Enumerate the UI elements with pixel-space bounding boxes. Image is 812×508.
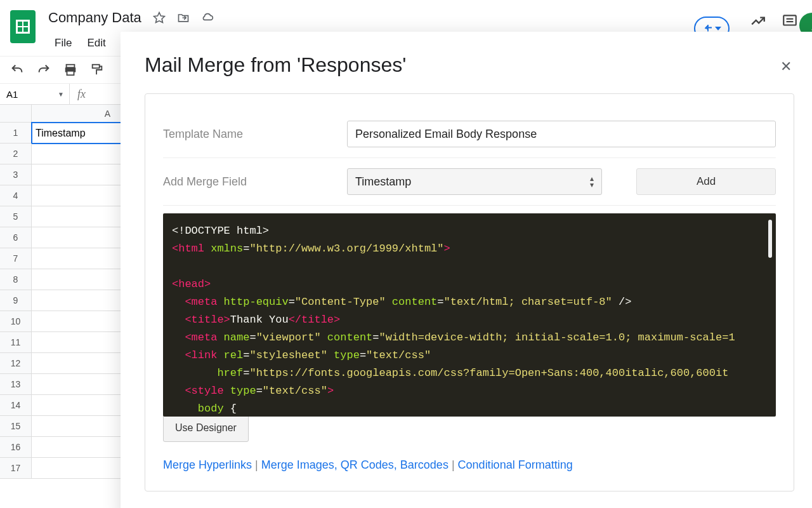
fx-icon[interactable]: fx: [70, 88, 93, 101]
move-folder-icon[interactable]: [177, 11, 190, 24]
select-all-corner[interactable]: [0, 105, 32, 123]
comments-icon[interactable]: [782, 13, 797, 28]
chevron-down-icon[interactable]: ▼: [58, 91, 64, 98]
row-number[interactable]: 10: [0, 311, 32, 332]
row-number[interactable]: 15: [0, 416, 32, 437]
template-name-input[interactable]: [347, 121, 776, 147]
menu-edit[interactable]: Edit: [81, 34, 112, 52]
row-number[interactable]: 17: [0, 458, 32, 479]
template-name-label: Template Name: [163, 128, 334, 141]
row-number[interactable]: 12: [0, 353, 32, 374]
conditional-formatting-link[interactable]: Conditional Formatting: [458, 458, 573, 471]
cloud-status-icon[interactable]: [201, 11, 214, 24]
merge-hyperlinks-link[interactable]: Merge Hyperlinks: [163, 458, 252, 471]
close-icon[interactable]: ✕: [780, 58, 794, 72]
add-button[interactable]: Add: [636, 168, 776, 195]
svg-rect-1: [783, 15, 796, 25]
row-number[interactable]: 4: [0, 185, 32, 206]
merge-field-label: Add Merge Field: [163, 175, 334, 189]
name-box[interactable]: A1 ▼: [0, 84, 70, 104]
redo-icon[interactable]: [37, 63, 51, 77]
row-number[interactable]: 14: [0, 395, 32, 416]
svg-rect-8: [67, 71, 74, 75]
paint-format-icon[interactable]: [90, 63, 104, 77]
row-number[interactable]: 5: [0, 206, 32, 227]
svg-rect-6: [67, 65, 75, 68]
row-number[interactable]: 7: [0, 248, 32, 269]
scrollbar-thumb[interactable]: [768, 220, 772, 258]
row-number[interactable]: 11: [0, 332, 32, 353]
undo-icon[interactable]: [10, 63, 24, 77]
row-number[interactable]: 16: [0, 437, 32, 458]
html-code-editor[interactable]: <!DOCTYPE html> <html xmlns="http://www.…: [163, 213, 776, 417]
merge-field-value: Timestamp: [355, 175, 411, 189]
star-icon[interactable]: [153, 11, 166, 24]
select-caret-icon: ▴▾: [590, 175, 594, 188]
doc-title[interactable]: Company Data: [48, 10, 141, 26]
cell-reference: A1: [6, 89, 18, 100]
help-links: Merge Hyperlinks | Merge Images, QR Code…: [163, 458, 776, 472]
mail-merge-dialog: Mail Merge from 'Responses' ✕ Template N…: [121, 32, 812, 508]
svg-marker-0: [154, 13, 164, 23]
menu-file[interactable]: File: [48, 34, 78, 52]
svg-rect-9: [93, 65, 100, 69]
row-number[interactable]: 6: [0, 227, 32, 248]
use-designer-button[interactable]: Use Designer: [163, 414, 249, 442]
svg-marker-4: [715, 27, 721, 30]
row-number[interactable]: 8: [0, 269, 32, 290]
merge-field-select[interactable]: Timestamp ▴▾: [347, 168, 602, 195]
merge-images-link[interactable]: Merge Images, QR Codes, Barcodes: [261, 458, 449, 471]
row-number[interactable]: 9: [0, 290, 32, 311]
row-number[interactable]: 1: [0, 123, 32, 144]
sheets-logo-icon[interactable]: [10, 10, 36, 43]
row-number[interactable]: 2: [0, 144, 32, 164]
dialog-title: Mail Merge from 'Responses': [145, 53, 406, 77]
row-number[interactable]: 13: [0, 374, 32, 395]
analytics-icon[interactable]: [750, 13, 765, 28]
print-icon[interactable]: [63, 63, 77, 77]
row-number[interactable]: 3: [0, 164, 32, 185]
